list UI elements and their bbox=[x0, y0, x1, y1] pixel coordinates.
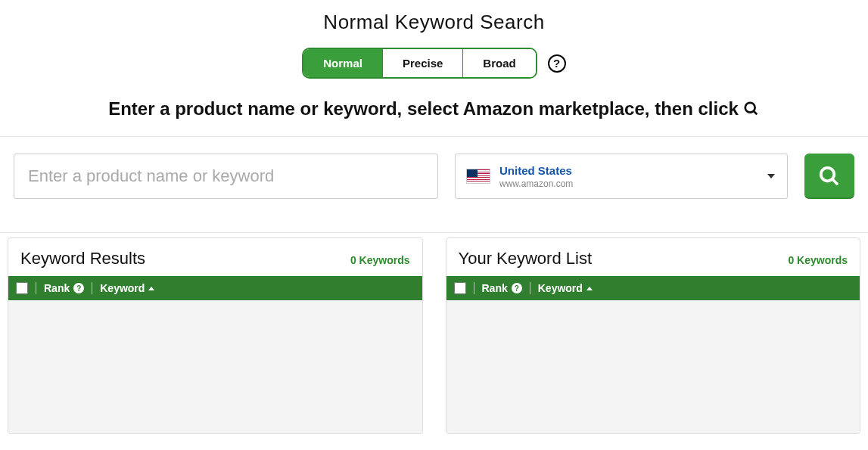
search-row: United States www.amazon.com bbox=[0, 137, 868, 216]
search-icon bbox=[818, 165, 841, 188]
list-body bbox=[446, 300, 860, 433]
keyword-input[interactable] bbox=[14, 154, 438, 199]
search-icon bbox=[743, 101, 760, 117]
panel-title: Keyword Results bbox=[20, 249, 145, 268]
tab-precise[interactable]: Precise bbox=[383, 49, 463, 77]
column-keyword[interactable]: Keyword bbox=[100, 282, 154, 294]
panels-row: Keyword Results 0 Keywords Rank ? Keywor… bbox=[0, 237, 868, 434]
column-keyword[interactable]: Keyword bbox=[538, 282, 593, 294]
sort-asc-icon bbox=[586, 287, 593, 290]
us-flag-icon bbox=[466, 169, 490, 184]
divider bbox=[0, 232, 868, 233]
column-keyword-label: Keyword bbox=[538, 282, 583, 294]
keyword-count: 0 Keywords bbox=[350, 254, 410, 266]
marketplace-domain: www.amazon.com bbox=[499, 178, 573, 189]
svg-point-0 bbox=[745, 103, 755, 113]
your-keyword-list-panel: Your Keyword List 0 Keywords Rank ? Keyw… bbox=[446, 237, 861, 434]
marketplace-select[interactable]: United States www.amazon.com bbox=[455, 154, 788, 199]
tabs-group: Normal Precise Broad bbox=[302, 48, 537, 79]
svg-line-1 bbox=[754, 111, 758, 115]
panel-header: Keyword Results 0 Keywords bbox=[8, 238, 422, 276]
column-rank-label: Rank bbox=[482, 282, 508, 294]
table-header: Rank ? Keyword bbox=[8, 276, 422, 300]
instruction-label: Enter a product name or keyword, select … bbox=[108, 98, 739, 119]
panel-header: Your Keyword List 0 Keywords bbox=[446, 238, 860, 276]
help-icon[interactable]: ? bbox=[512, 283, 522, 293]
sort-asc-icon bbox=[148, 287, 154, 290]
select-all-checkbox[interactable] bbox=[454, 282, 466, 294]
column-rank[interactable]: Rank ? bbox=[44, 282, 84, 294]
table-header: Rank ? Keyword bbox=[446, 276, 860, 300]
keyword-count: 0 Keywords bbox=[788, 254, 848, 266]
column-rank[interactable]: Rank ? bbox=[482, 282, 522, 294]
svg-line-3 bbox=[832, 179, 837, 184]
column-rank-label: Rank bbox=[44, 282, 70, 294]
results-body bbox=[8, 300, 422, 433]
tab-broad[interactable]: Broad bbox=[463, 49, 535, 77]
separator bbox=[36, 282, 36, 294]
separator bbox=[92, 282, 92, 294]
marketplace-text: United States www.amazon.com bbox=[499, 164, 573, 189]
panel-title: Your Keyword List bbox=[459, 249, 593, 268]
separator bbox=[530, 282, 530, 294]
help-icon[interactable]: ? bbox=[73, 283, 84, 293]
chevron-down-icon bbox=[767, 174, 775, 178]
instruction-text: Enter a product name or keyword, select … bbox=[0, 98, 868, 119]
marketplace-name: United States bbox=[499, 164, 573, 177]
separator bbox=[474, 282, 474, 294]
search-mode-tabs: Normal Precise Broad ? bbox=[0, 48, 868, 79]
tab-normal[interactable]: Normal bbox=[303, 49, 383, 77]
keyword-results-panel: Keyword Results 0 Keywords Rank ? Keywor… bbox=[8, 237, 423, 434]
column-keyword-label: Keyword bbox=[100, 282, 145, 294]
help-icon[interactable]: ? bbox=[548, 54, 566, 73]
page-title: Normal Keyword Search bbox=[0, 11, 868, 34]
search-button[interactable] bbox=[804, 154, 854, 199]
select-all-checkbox[interactable] bbox=[16, 282, 28, 294]
